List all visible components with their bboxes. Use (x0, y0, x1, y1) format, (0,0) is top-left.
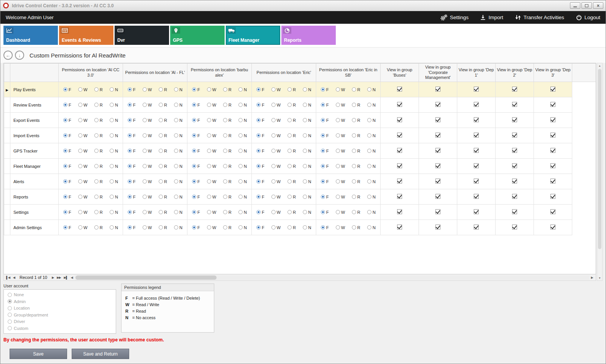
radio-option-R[interactable]: R (223, 210, 232, 215)
radio-option-R[interactable]: R (223, 133, 232, 138)
back-circle-button[interactable]: ← (3, 51, 13, 60)
radio-option-W[interactable]: W (336, 87, 345, 92)
view-group-checkbox[interactable] (474, 117, 479, 122)
column-header[interactable]: View in group 'Corporate Management' (419, 64, 457, 82)
permission-row-label[interactable]: Admin Settings (10, 220, 59, 235)
radio-option-F[interactable]: F (63, 179, 71, 184)
radio-option-F[interactable]: F (321, 225, 329, 230)
nav-next-button[interactable]: ▶ (50, 276, 55, 279)
radio-option-W[interactable]: W (271, 133, 281, 138)
radio-option-F[interactable]: F (192, 210, 200, 215)
radio-option-N[interactable]: N (303, 210, 311, 215)
radio-option-W[interactable]: W (78, 103, 87, 107)
radio-option-F[interactable]: F (321, 103, 329, 107)
radio-option-F[interactable]: F (321, 133, 329, 138)
view-group-checkbox[interactable] (435, 133, 440, 138)
radio-option-R[interactable]: R (287, 164, 296, 169)
view-group-checkbox[interactable] (397, 163, 402, 168)
radio-option-N[interactable]: N (367, 103, 376, 107)
radio-option-F[interactable]: F (192, 179, 200, 184)
radio-option-W[interactable]: W (78, 210, 87, 215)
radio-option-W[interactable]: W (207, 210, 216, 215)
transfer-activities-action[interactable]: Transfer Activities (515, 14, 564, 21)
radio-option-W[interactable]: W (143, 133, 152, 138)
radio-option-W[interactable]: W (78, 133, 87, 138)
radio-option-W[interactable]: W (207, 118, 216, 123)
radio-option-F[interactable]: F (192, 103, 200, 107)
radio-option-R[interactable]: R (287, 103, 296, 107)
radio-option-W[interactable]: W (271, 103, 281, 107)
radio-option-R[interactable]: R (352, 149, 360, 153)
view-group-checkbox[interactable] (474, 133, 479, 138)
radio-option-F[interactable]: F (256, 210, 264, 215)
radio-option-W[interactable]: W (143, 210, 152, 215)
radio-option-F[interactable]: F (321, 118, 329, 123)
hscroll-left-arrow[interactable]: ◀ (69, 276, 74, 279)
radio-option-R[interactable]: R (223, 103, 232, 107)
radio-option-W[interactable]: W (207, 179, 216, 184)
minimize-button[interactable] (570, 2, 580, 9)
radio-option-W[interactable]: W (336, 164, 345, 169)
view-group-checkbox[interactable] (397, 225, 402, 230)
view-group-checkbox[interactable] (474, 102, 479, 107)
radio-option-N[interactable]: N (303, 179, 311, 184)
view-group-checkbox[interactable] (550, 102, 555, 107)
view-group-checkbox[interactable] (474, 163, 479, 168)
logout-action[interactable]: Logout (576, 14, 600, 21)
radio-option-N[interactable]: N (367, 133, 376, 138)
radio-option-W[interactable]: W (143, 87, 152, 92)
radio-option-N[interactable]: N (303, 149, 311, 153)
radio-option-W[interactable]: W (207, 164, 216, 169)
radio-option-F[interactable]: F (321, 149, 329, 153)
radio-option-F[interactable]: F (321, 164, 329, 169)
radio-option-F[interactable]: F (63, 133, 71, 138)
radio-option-N[interactable]: N (174, 133, 182, 138)
radio-option-W[interactable]: W (271, 225, 281, 230)
save-and-return-button[interactable]: Save and Return (72, 349, 129, 359)
radio-option-F[interactable]: F (128, 210, 136, 215)
view-group-checkbox[interactable] (435, 102, 440, 107)
radio-option-F[interactable]: F (192, 133, 200, 138)
view-group-checkbox[interactable] (474, 209, 479, 214)
view-group-checkbox[interactable] (512, 133, 517, 138)
radio-option-F[interactable]: F (128, 87, 136, 92)
view-group-checkbox[interactable] (397, 179, 402, 184)
radio-option-F[interactable]: F (63, 210, 71, 215)
radio-option-W[interactable]: W (143, 164, 152, 169)
radio-option-F[interactable]: F (192, 195, 200, 199)
view-group-checkbox[interactable] (512, 179, 517, 184)
permission-row-label[interactable]: Review Events (10, 97, 59, 113)
view-group-checkbox[interactable] (435, 87, 440, 92)
view-group-checkbox[interactable] (474, 225, 479, 230)
radio-option-W[interactable]: W (336, 149, 345, 153)
radio-option-N[interactable]: N (367, 164, 376, 169)
column-header[interactable]: Permissions on location 'Eric' (252, 64, 316, 82)
tab-dashboard[interactable]: Dashboard (3, 26, 58, 45)
nav-last-button[interactable]: ▶▌ (62, 276, 69, 279)
vscroll-track[interactable] (597, 68, 602, 275)
permission-row-label[interactable]: Alerts (10, 174, 59, 189)
radio-option-N[interactable]: N (367, 195, 376, 199)
view-group-checkbox[interactable] (512, 209, 517, 214)
permission-row-label[interactable]: Play Events (10, 82, 59, 97)
radio-option-W[interactable]: W (78, 225, 87, 230)
radio-option-R[interactable]: R (94, 103, 103, 107)
radio-option-F[interactable]: F (128, 225, 136, 230)
radio-option-R[interactable]: R (352, 210, 360, 215)
radio-option-W[interactable]: W (143, 118, 152, 123)
radio-option-W[interactable]: W (207, 195, 216, 199)
radio-option-F[interactable]: F (192, 149, 200, 153)
radio-option-N[interactable]: N (367, 179, 376, 184)
radio-option-R[interactable]: R (159, 164, 167, 169)
permission-row-label[interactable]: Import Events (10, 128, 59, 143)
close-button[interactable]: × (593, 2, 603, 9)
radio-option-W[interactable]: W (143, 195, 152, 199)
radio-option-N[interactable]: N (238, 164, 247, 169)
radio-option-R[interactable]: R (94, 210, 103, 215)
radio-option-R[interactable]: R (159, 149, 167, 153)
view-group-checkbox[interactable] (512, 102, 517, 107)
radio-option-R[interactable]: R (352, 225, 360, 230)
nav-next-page-button[interactable]: ▶▶ (55, 276, 62, 279)
column-header[interactable]: View in group 'Buses' (381, 64, 419, 82)
radio-option-W[interactable]: W (336, 210, 345, 215)
